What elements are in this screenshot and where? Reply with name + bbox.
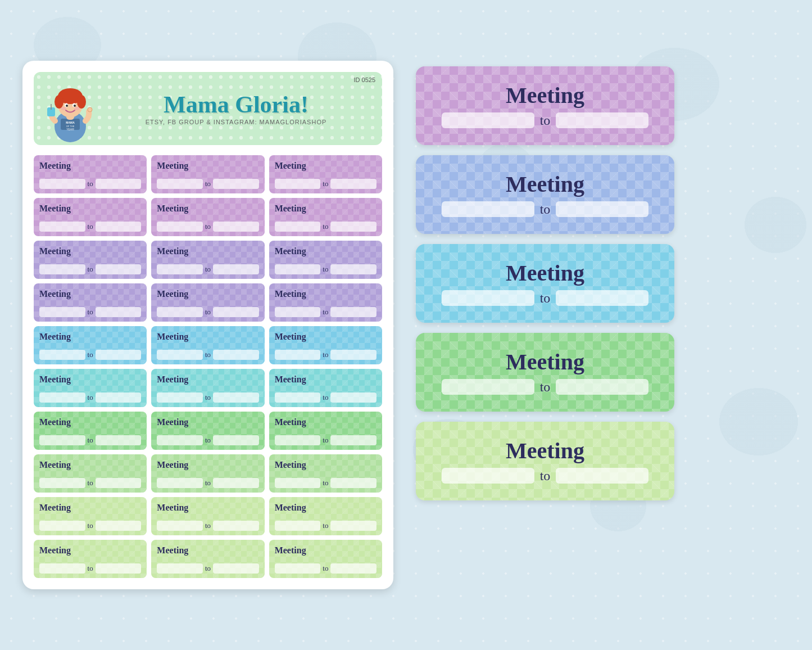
sticker-label: Meeting <box>157 502 188 514</box>
time-box-left <box>157 392 203 403</box>
time-box-left <box>157 307 203 317</box>
large-time-box-left <box>442 468 534 484</box>
time-box-right <box>213 392 259 403</box>
header-text-block: Mama Gloria! Etsy, FB group & Instagram:… <box>101 92 371 125</box>
sticker-item: Meeting to <box>34 412 147 450</box>
time-box-left <box>39 179 85 189</box>
sticker-item: Meeting to <box>269 497 382 535</box>
sticker-to: to <box>88 393 93 402</box>
sticker-label: Meeting <box>39 416 71 428</box>
time-box-right <box>96 179 142 189</box>
card-header: MAMA OF THE YEAR <box>34 72 382 145</box>
sticker-time-row: to <box>157 179 258 189</box>
sticker-time-row: to <box>39 307 141 317</box>
sticker-time-row: to <box>157 222 258 232</box>
sticker-item: Meeting to <box>151 326 264 364</box>
sticker-time-row: to <box>275 563 376 574</box>
sticker-item: Meeting to <box>269 454 382 493</box>
sticker-time-row: to <box>39 521 141 531</box>
time-box-right <box>96 563 142 574</box>
sticker-item: Meeting to <box>34 155 147 193</box>
large-time-box-left <box>442 112 534 128</box>
large-sticker-bottom: to <box>442 379 648 395</box>
sticker-item: Meeting to <box>34 454 147 493</box>
time-box-right <box>330 563 376 574</box>
large-sticker-to: to <box>540 113 551 128</box>
sticker-to: to <box>205 564 211 573</box>
sticker-label: Meeting <box>39 502 71 514</box>
sticker-to: to <box>88 479 93 487</box>
time-box-left <box>275 350 321 360</box>
time-box-right <box>213 478 259 488</box>
sticker-label: Meeting <box>275 502 306 514</box>
svg-point-14 <box>61 107 66 110</box>
sticker-to: to <box>323 308 328 317</box>
sticker-time-row: to <box>275 435 376 445</box>
time-box-left <box>39 435 85 445</box>
time-box-right <box>330 392 376 403</box>
sticker-to: to <box>323 265 328 274</box>
time-box-left <box>157 222 203 232</box>
time-box-left <box>157 350 203 360</box>
sticker-to: to <box>323 393 328 402</box>
sticker-label: Meeting <box>275 202 306 215</box>
sticker-label: Meeting <box>39 245 71 258</box>
sticker-to: to <box>88 222 93 231</box>
sticker-label: Meeting <box>157 245 188 258</box>
time-box-right <box>96 222 142 232</box>
time-box-right <box>330 179 376 189</box>
time-box-right <box>330 521 376 531</box>
sticker-time-row: to <box>157 478 258 488</box>
large-time-box-right <box>556 201 648 217</box>
sticker-label: Meeting <box>275 416 306 428</box>
large-sticker-title: Meeting <box>506 439 584 463</box>
svg-point-18 <box>88 107 92 112</box>
sticker-label: Meeting <box>157 160 188 172</box>
sticker-to: to <box>88 179 93 188</box>
sticker-to: to <box>88 436 93 445</box>
sticker-time-row: to <box>275 478 376 488</box>
sticker-item: Meeting to <box>34 497 147 535</box>
sticker-time-row: to <box>157 521 258 531</box>
sticker-time-row: to <box>275 264 376 274</box>
sticker-to: to <box>205 393 211 402</box>
time-box-right <box>96 521 142 531</box>
svg-point-15 <box>74 107 80 110</box>
sticker-to: to <box>323 521 328 530</box>
sticker-label: Meeting <box>39 202 71 215</box>
sticker-label: Meeting <box>157 373 188 386</box>
time-box-right <box>96 435 142 445</box>
sticker-time-row: to <box>275 222 376 232</box>
sticker-time-row: to <box>39 179 141 189</box>
time-box-left <box>275 521 321 531</box>
sticker-time-row: to <box>157 307 258 317</box>
sticker-to: to <box>323 222 328 231</box>
sticker-to: to <box>323 564 328 573</box>
sticker-to: to <box>88 521 93 530</box>
sticker-item: Meeting to <box>269 412 382 450</box>
large-sticker-bottom: to <box>442 201 648 217</box>
sticker-item: Meeting to <box>151 540 264 578</box>
time-box-left <box>39 222 85 232</box>
sticker-to: to <box>205 436 211 445</box>
svg-text:MAMA: MAMA <box>66 121 75 124</box>
sticker-label: Meeting <box>39 544 71 557</box>
sticker-time-row: to <box>39 478 141 488</box>
sticker-to: to <box>323 479 328 487</box>
large-time-box-left <box>442 379 534 395</box>
sticker-item: Meeting to <box>34 369 147 407</box>
sticker-time-row: to <box>157 264 258 274</box>
sticker-item: Meeting to <box>151 198 264 236</box>
svg-point-8 <box>55 95 63 109</box>
time-box-left <box>157 563 203 574</box>
sticker-item: Meeting to <box>34 198 147 236</box>
large-time-box-right <box>556 468 648 484</box>
sticker-item: Meeting to <box>151 454 264 493</box>
sticker-to: to <box>205 179 211 188</box>
large-time-box-right <box>556 379 648 395</box>
time-box-left <box>157 478 203 488</box>
time-box-left <box>39 307 85 317</box>
time-box-left <box>275 179 321 189</box>
sticker-time-row: to <box>39 350 141 360</box>
sticker-grid: Meeting to Meeting to Meeting <box>34 155 382 578</box>
